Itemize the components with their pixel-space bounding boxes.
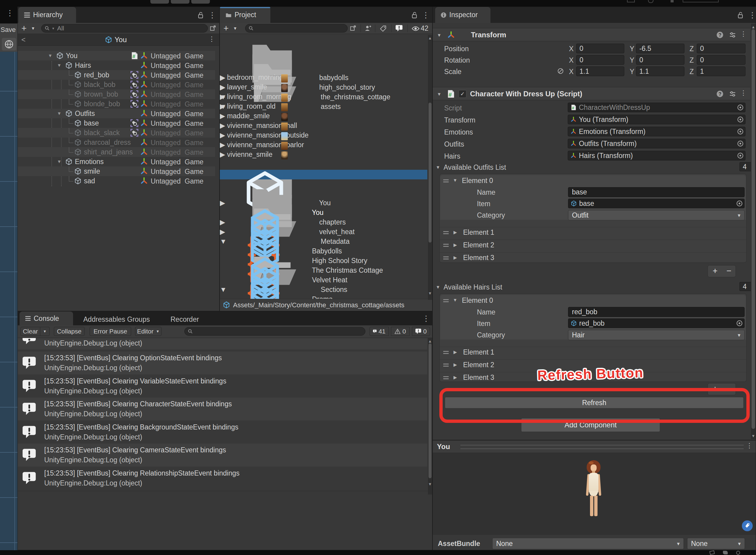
breadcrumb-back-button[interactable]: < — [21, 36, 26, 44]
visibility-eye-icon[interactable] — [412, 26, 420, 31]
foldout-icon[interactable]: ▼ — [437, 91, 441, 97]
component-menu-icon[interactable]: ⋮ — [740, 31, 747, 37]
assetbundle-variant-dropdown[interactable]: None▼ — [687, 538, 745, 549]
error-pause-button[interactable]: Error Pause — [90, 327, 131, 336]
error-count-badge[interactable]: 0 — [412, 327, 430, 336]
globe-button[interactable] — [2, 38, 16, 51]
scale-link-icon[interactable] — [557, 68, 564, 74]
add-object-caret-icon[interactable]: ▼ — [31, 23, 35, 34]
project-row[interactable]: ▶ chapters — [220, 179, 427, 189]
component-menu-icon[interactable]: ⋮ — [740, 90, 747, 96]
play-button[interactable] — [150, 0, 169, 4]
scale-y-field[interactable]: 1.1 — [636, 67, 684, 76]
object-field[interactable]: CharacterWithDressUp — [568, 102, 746, 112]
breadcrumb-label[interactable]: You — [114, 36, 127, 44]
log-entry-clipped[interactable]: UnityEngine.Debug:Log (object) — [18, 338, 427, 349]
project-row[interactable]: ▶ living_room_morning — [220, 93, 427, 102]
project-search-input[interactable] — [255, 25, 343, 32]
hierarchy-row[interactable]: base Untagged Game — [18, 118, 215, 128]
open-in-window-icon[interactable] — [350, 25, 357, 32]
foldout-icon[interactable]: ▶ — [454, 375, 457, 380]
layer-label[interactable]: Game — [185, 52, 203, 60]
add-element-button[interactable]: + — [708, 384, 722, 394]
create-asset-button[interactable]: + — [224, 23, 229, 34]
tab-console[interactable]: Console — [19, 311, 73, 325]
drag-handle-icon[interactable] — [443, 231, 449, 232]
inspector-scrollbar[interactable]: ▲ ▼ — [751, 24, 756, 439]
project-scrollbar[interactable]: ▲ ▼ — [428, 35, 432, 300]
project-row[interactable]: ▶ vivienne_mansion_parlor — [220, 141, 427, 151]
drag-handle-icon[interactable] — [443, 256, 449, 257]
clear-caret-button[interactable]: ▼ — [40, 327, 50, 336]
hierarchy-row[interactable]: charcoal_dress Untagged Game — [18, 137, 215, 147]
top-menu-kebab-icon[interactable]: ⋮ — [6, 9, 14, 17]
hierarchy-row[interactable]: shirt_and_jeans Untagged Game — [18, 147, 215, 157]
hierarchy-row[interactable]: black_slack Untagged Game — [18, 128, 215, 137]
tag-label[interactable]: Untagged — [151, 177, 181, 185]
project-row[interactable]: ▶ vivienne_smile — [220, 151, 427, 160]
filter-by-label-icon[interactable] — [380, 25, 386, 32]
list-element-collapsed[interactable]: ▶ Element 1 — [440, 347, 746, 357]
scale-x-field[interactable]: 1.1 — [576, 67, 624, 76]
hierarchy-search-input[interactable] — [56, 25, 202, 32]
preset-icon[interactable] — [729, 90, 736, 97]
hair-item-field[interactable]: red_bob — [568, 318, 745, 328]
layer-label[interactable]: Game — [185, 148, 203, 157]
hierarchy-row[interactable]: brown_bob Untagged Game — [18, 89, 215, 99]
remove-element-button[interactable]: − — [722, 266, 736, 276]
step-button[interactable] — [191, 0, 210, 4]
object-picker-icon[interactable] — [737, 152, 744, 159]
foldout-icon[interactable]: ▶ — [220, 102, 225, 110]
hierarchy-row[interactable]: smile Untagged Game — [18, 166, 215, 176]
tab-project[interactable]: Project — [220, 7, 270, 23]
refresh-button[interactable]: Refresh — [445, 397, 744, 409]
object-field[interactable]: Outfits (Transform) — [568, 139, 746, 148]
list-element-collapsed[interactable]: ▶ Element 1 — [440, 227, 746, 238]
console-search[interactable] — [184, 327, 365, 336]
h air-name-field[interactable]: red_bob — [568, 307, 745, 317]
project-row[interactable]: High School Story — [220, 218, 427, 227]
foldout-icon[interactable]: ▼ — [436, 165, 440, 170]
project-row[interactable]: ▼ the_christmas_cottage — [220, 54, 427, 64]
drag-handle-icon[interactable] — [443, 364, 449, 365]
clear-button[interactable]: Clear — [20, 327, 40, 336]
layer-label[interactable]: Game — [185, 158, 203, 166]
outfits-list-title[interactable]: Available Outfits List — [443, 163, 506, 172]
project-search[interactable] — [245, 24, 348, 33]
tag-label[interactable]: Untagged — [151, 52, 181, 60]
layer-label[interactable]: Game — [185, 100, 203, 109]
layer-label[interactable]: Game — [185, 110, 203, 118]
scale-z-field[interactable]: 1 — [697, 67, 746, 76]
log-entry[interactable]: [15:23:53] [EventBus] Clearing OptionSta… — [18, 351, 427, 374]
foldout-icon[interactable]: ▶ — [454, 362, 457, 368]
outfit-name-field[interactable]: base — [568, 187, 745, 197]
lock-icon[interactable] — [197, 11, 204, 19]
object-picker-icon[interactable] — [736, 200, 743, 207]
script-component-header[interactable]: ▼ ✓ Character With Dress Up (Script) ⋮ — [433, 87, 750, 100]
foldout-icon[interactable]: ▶ — [220, 112, 225, 120]
project-row[interactable]: ▶ maddie_smile — [220, 112, 427, 122]
foldout-icon[interactable]: ▶ — [220, 83, 225, 91]
element0-label[interactable]: Element 0 — [462, 177, 493, 185]
object-picker-icon[interactable] — [737, 116, 744, 123]
tag-label[interactable]: Untagged — [151, 100, 181, 109]
add-object-button[interactable]: + — [21, 23, 27, 34]
hierarchy-row[interactable]: black_bob Untagged Game — [18, 80, 215, 89]
help-icon[interactable] — [716, 90, 723, 97]
console-menu-icon[interactable]: ⋮ — [422, 314, 430, 322]
tag-label[interactable]: Untagged — [151, 91, 181, 99]
tag-label[interactable]: Untagged — [151, 129, 181, 137]
preview-menu-icon[interactable]: ⋮ — [746, 442, 753, 449]
drag-handle-icon[interactable] — [443, 179, 449, 180]
lock-icon[interactable] — [737, 11, 744, 19]
foldout-icon[interactable]: ▶ — [220, 93, 225, 100]
position-y-field[interactable]: -6.5 — [636, 44, 684, 53]
tab-inspector[interactable]: Inspector — [435, 7, 490, 23]
drag-handle-icon[interactable] — [443, 376, 449, 377]
console-search-input[interactable] — [195, 328, 353, 335]
drag-handle-icon[interactable] — [443, 299, 449, 300]
transform-header[interactable]: ▼ Transform ⋮ — [433, 28, 750, 41]
project-row[interactable]: Drama — [220, 256, 427, 266]
pause-button[interactable] — [171, 0, 189, 4]
log-entry[interactable]: [15:23:53] [EventBus] Clearing Relations… — [18, 467, 427, 490]
